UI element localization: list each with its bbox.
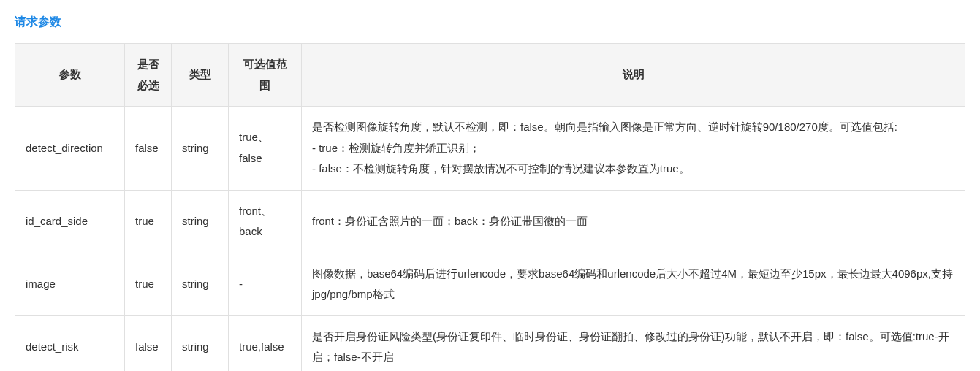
cell-range: true、false — [229, 107, 302, 191]
cell-range: front、back — [229, 190, 302, 253]
cell-range: - — [229, 253, 302, 315]
table-row: detect_risk false string true,false 是否开启… — [15, 315, 965, 371]
cell-desc: 是否开启身份证风险类型(身份证复印件、临时身份证、身份证翻拍、修改过的身份证)功… — [302, 315, 965, 371]
params-table: 参数 是否必选 类型 可选值范围 说明 detect_direction fal… — [15, 43, 965, 371]
cell-param: detect_risk — [15, 315, 125, 371]
header-range: 可选值范围 — [229, 44, 302, 107]
cell-required: false — [125, 315, 172, 371]
cell-param: detect_direction — [15, 107, 125, 191]
table-row: id_card_side true string front、back fron… — [15, 190, 965, 253]
cell-type: string — [172, 107, 229, 191]
cell-type: string — [172, 315, 229, 371]
header-type: 类型 — [172, 44, 229, 107]
table-row: detect_direction false string true、false… — [15, 107, 965, 191]
cell-param: id_card_side — [15, 190, 125, 253]
cell-desc: 是否检测图像旋转角度，默认不检测，即：false。朝向是指输入图像是正常方向、逆… — [302, 107, 965, 191]
header-param: 参数 — [15, 44, 125, 107]
cell-required: true — [125, 190, 172, 253]
table-row: image true string - 图像数据，base64编码后进行urle… — [15, 253, 965, 315]
cell-required: false — [125, 107, 172, 191]
cell-desc: front：身份证含照片的一面；back：身份证带国徽的一面 — [302, 190, 965, 253]
header-required: 是否必选 — [125, 44, 172, 107]
cell-required: true — [125, 253, 172, 315]
cell-desc: 图像数据，base64编码后进行urlencode，要求base64编码和url… — [302, 253, 965, 315]
params-header: 参数 是否必选 类型 可选值范围 说明 — [15, 44, 965, 107]
table-header-row: 参数 是否必选 类型 可选值范围 说明 — [15, 44, 965, 107]
cell-range: true,false — [229, 315, 302, 371]
cell-param: image — [15, 253, 125, 315]
cell-type: string — [172, 190, 229, 253]
params-body: detect_direction false string true、false… — [15, 107, 965, 372]
section-title: 请求参数 — [15, 15, 965, 30]
header-desc: 说明 — [302, 44, 965, 107]
cell-type: string — [172, 253, 229, 315]
